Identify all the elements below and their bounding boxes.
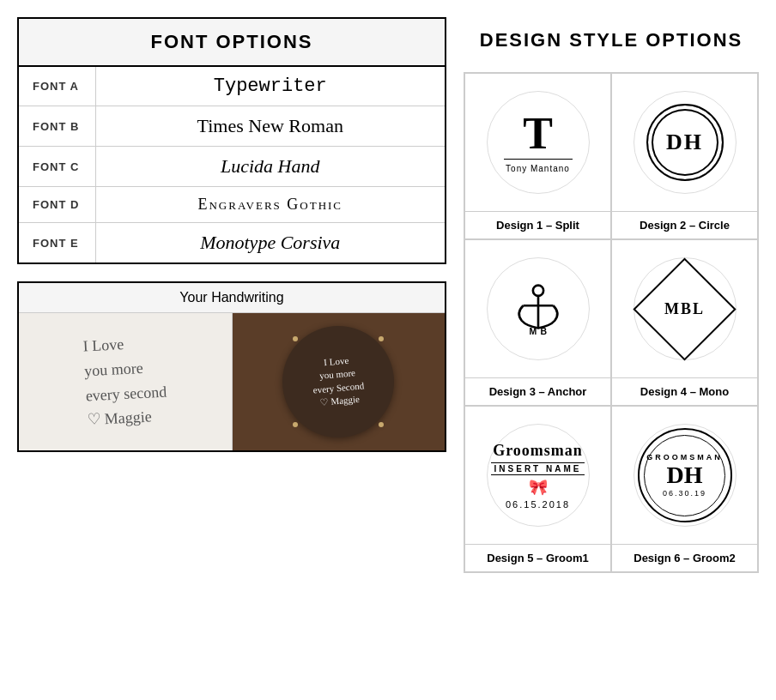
handwriting-section: Your Handwriting I Love you more every s… (17, 281, 446, 452)
design2-circle: DH (634, 91, 737, 194)
design-cell-3: MB Design 3 – Anchor (464, 239, 611, 406)
handwriting-watch: I Loveyou moreevery Second♡ Maggie (233, 313, 446, 450)
font-sample-c: Lucida Hand (95, 147, 446, 187)
font-row-d: FONT D Engravers Gothic (18, 187, 446, 223)
design-cell-4: MBL Design 4 – Mono (611, 239, 758, 406)
design3-inner: MB (508, 277, 568, 341)
watch-circle: I Loveyou moreevery Second♡ Maggie (282, 326, 394, 438)
font-row-c: FONT C Lucida Hand (18, 147, 446, 187)
bow-tie-icon: 🎀 (529, 478, 548, 497)
watch-dot-br (379, 422, 384, 427)
font-sample-e: Monotype Corsiva (95, 223, 446, 264)
handwriting-title: Your Handwriting (19, 283, 445, 313)
design5-circle: Groomsman INSERT NAME 🎀 06.15.2018 (487, 424, 590, 527)
design5-insert: INSERT NAME (491, 462, 585, 475)
svg-point-0 (532, 286, 543, 296)
svg-text:MB: MB (529, 326, 550, 336)
design4-letters: MBL (664, 299, 705, 317)
design5-inner: Groomsman INSERT NAME 🎀 06.15.2018 (491, 442, 585, 510)
font-sample-d: Engravers Gothic (95, 187, 446, 223)
font-options-title: FONT OPTIONS (17, 17, 446, 65)
design2-letters: DH (666, 130, 703, 155)
design1-circle: T Tony Mantano (487, 91, 590, 194)
watch-dot-bl (293, 422, 298, 427)
design2-image: DH (612, 74, 757, 211)
watch-dot-tl (293, 336, 298, 341)
design1-inner: T Tony Mantano (504, 112, 573, 173)
anchor-icon: MB (508, 277, 568, 337)
design-style-title: DESIGN STYLE OPTIONS (464, 17, 759, 63)
font-sample-b: Times New Roman (95, 106, 446, 147)
font-label-b: FONT B (18, 106, 95, 147)
design1-letter: T (523, 112, 553, 156)
design3-image: MB (465, 240, 610, 377)
font-row-a: FONT A Typewriter (18, 66, 446, 106)
design4-image: MBL (612, 240, 757, 377)
right-panel: DESIGN STYLE OPTIONS T Tony Mantano Desi… (464, 17, 759, 683)
design1-divider (504, 159, 573, 160)
design4-diamond: MBL (633, 257, 736, 360)
font-label-a: FONT A (18, 66, 95, 106)
design4-label: Design 4 – Mono (612, 377, 757, 405)
design3-circle: MB (487, 257, 590, 360)
design5-label: Design 5 – Groom1 (465, 544, 610, 571)
design1-label: Design 1 – Split (465, 211, 610, 238)
left-panel: FONT OPTIONS FONT A Typewriter FONT B Ti… (17, 17, 446, 683)
font-row-e: FONT E Monotype Corsiva (18, 223, 446, 264)
design-cell-5: Groomsman INSERT NAME 🎀 06.15.2018 Desig… (464, 406, 611, 572)
font-table: FONT A Typewriter FONT B Times New Roman… (17, 65, 446, 264)
watch-engraved-text: I Loveyou moreevery Second♡ Maggie (306, 348, 371, 414)
watch-dot-tr (379, 336, 384, 341)
design5-groomsman: Groomsman (493, 442, 583, 460)
design6-label: Design 6 – Groom2 (612, 544, 757, 571)
design1-image: T Tony Mantano (465, 74, 610, 211)
design2-label: Design 2 – Circle (612, 211, 757, 238)
font-label-d: FONT D (18, 187, 95, 223)
font-row-b: FONT B Times New Roman (18, 106, 446, 147)
handwriting-text: I Love you more every second ♡ Maggie (73, 322, 177, 443)
design-cell-6: GROOMSMAN DH 06.30.19 Design 6 – Groom2 (611, 406, 758, 572)
handwriting-images: I Love you more every second ♡ Maggie I … (19, 313, 445, 450)
design6-circle: GROOMSMAN DH 06.30.19 (634, 424, 737, 527)
design6-inner-ring (644, 435, 725, 516)
handwriting-note: I Love you more every second ♡ Maggie (19, 313, 233, 450)
design4-circle: MBL (634, 257, 737, 360)
design6-inner: GROOMSMAN DH 06.30.19 (638, 428, 732, 522)
design3-label: Design 3 – Anchor (465, 377, 610, 405)
font-label-c: FONT C (18, 147, 95, 187)
design5-image: Groomsman INSERT NAME 🎀 06.15.2018 (465, 407, 610, 544)
design5-date: 06.15.2018 (506, 499, 570, 510)
font-sample-a: Typewriter (95, 66, 446, 106)
design1-name: Tony Mantano (506, 164, 570, 173)
font-label-e: FONT E (18, 223, 95, 264)
design2-inner: DH (646, 104, 724, 181)
design-cell-2: DH Design 2 – Circle (611, 73, 758, 239)
design-grid: T Tony Mantano Design 1 – Split DH Desig… (464, 72, 759, 573)
design6-image: GROOMSMAN DH 06.30.19 (612, 407, 757, 544)
design-cell-1: T Tony Mantano Design 1 – Split (464, 73, 611, 239)
